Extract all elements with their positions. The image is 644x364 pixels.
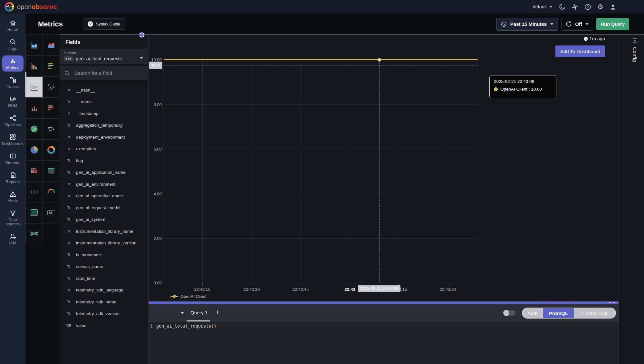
chart-type-stacked-bar[interactable] xyxy=(26,98,43,119)
series-color-dot xyxy=(494,87,498,91)
config-tab[interactable]: Config xyxy=(626,37,644,62)
add-query-button[interactable]: + xyxy=(216,308,219,316)
brand-logo[interactable]: openobserve xyxy=(5,2,57,12)
active-tab-underline xyxy=(187,320,210,321)
function-toggle[interactable] xyxy=(504,310,515,316)
field-item[interactable]: Ttis_monotonic xyxy=(60,249,148,261)
chart-type-maps[interactable] xyxy=(43,119,60,140)
field-type-text-icon: Tt xyxy=(65,171,72,174)
field-item[interactable]: Ttgen_ai_environment xyxy=(60,178,148,190)
chart-type-scrollbar[interactable] xyxy=(25,72,26,97)
brand-open: open xyxy=(17,3,32,10)
field-item[interactable]: #_timestamp xyxy=(60,108,148,120)
field-item[interactable]: Ttstart_time xyxy=(60,272,148,284)
promql-query-editor[interactable]: 1 gen_ai_total_requests{} xyxy=(149,322,619,364)
svg-text:</>: </> xyxy=(32,210,37,213)
run-query-button[interactable]: Run Query xyxy=(596,18,629,30)
help-icon[interactable]: ? xyxy=(584,4,591,10)
chart-type-area[interactable] xyxy=(26,35,43,56)
field-search-input[interactable] xyxy=(74,70,139,76)
sidebar-item-rum[interactable]: RUM xyxy=(2,93,24,110)
sidebar-item-home[interactable]: Home xyxy=(2,17,24,34)
time-range-selector[interactable]: Past 15 Minutes xyxy=(496,18,558,31)
user-account-icon[interactable] xyxy=(610,4,616,10)
chart-type-markdown[interactable]: M↓ xyxy=(43,202,60,223)
field-item[interactable]: Ttflag xyxy=(60,155,148,167)
chart-type-line[interactable] xyxy=(26,77,43,98)
collapse-caret-icon[interactable] xyxy=(181,312,184,314)
help-question-glyph: ? xyxy=(587,5,589,9)
slack-icon[interactable] xyxy=(572,4,578,10)
x-tick xyxy=(350,283,350,285)
chart-type-donut[interactable] xyxy=(43,140,60,161)
field-item[interactable]: Ttdeployment_environment xyxy=(60,131,148,143)
chart-type-horizontal-stacked-bar[interactable] xyxy=(43,98,60,119)
field-item[interactable]: Ttaggregation_temporality xyxy=(60,120,148,132)
settings-gear-icon[interactable]: ⚙ xyxy=(597,4,603,10)
field-item[interactable]: Tttelemetry_sdk_name xyxy=(60,296,148,308)
chart-type-area-stacked[interactable] xyxy=(43,35,60,56)
field-item[interactable]: Tt__hash__ xyxy=(60,84,148,96)
legend-item-openai-client[interactable]: OpenAI Client xyxy=(170,294,207,299)
chart-type-geomap[interactable] xyxy=(26,119,43,140)
sidebar-item-traces[interactable]: Traces xyxy=(2,74,24,91)
brand-wordmark: openobserve xyxy=(17,3,57,11)
mode-promql-button[interactable]: PromQL xyxy=(543,308,574,318)
field-type-text-icon: Tt xyxy=(65,159,72,162)
dark-mode-icon[interactable] xyxy=(559,4,565,10)
field-item[interactable]: Ttgen_ai_system xyxy=(60,214,148,226)
sidebar-item-dashboards[interactable]: Dashboards xyxy=(2,132,24,148)
chart-type-html[interactable]: </> xyxy=(26,202,43,223)
query-panel-resize-bar[interactable] xyxy=(149,301,619,304)
field-item[interactable]: Tt__name__ xyxy=(60,96,148,108)
sidebar-item-data-sources[interactable]: Data sources xyxy=(2,208,24,228)
mode-auto-button[interactable]: Auto xyxy=(523,308,543,318)
chart-type-scatter[interactable] xyxy=(43,77,60,98)
field-item[interactable]: Ttgen_ai_operation_name xyxy=(60,190,148,202)
chart-type-grid: 123 </> M↓ xyxy=(25,34,60,244)
horizontal-bar-chart-icon xyxy=(47,62,56,71)
gauge-icon xyxy=(46,187,56,197)
chart-type-pie[interactable] xyxy=(26,140,43,161)
sidebar-item-reports[interactable]: Reports xyxy=(2,170,24,186)
chart-type-heatmap[interactable] xyxy=(26,161,43,182)
panel-drag-handle[interactable] xyxy=(139,32,145,38)
mode-custom-sql-button[interactable]: Custom SQL xyxy=(574,308,615,318)
stream-selector[interactable]: Stream 123 gen_ai_total_requests xyxy=(60,49,148,64)
field-item[interactable]: Ttservice_name xyxy=(60,261,148,273)
syntax-guide-button[interactable]: ? Syntax Guide xyxy=(83,18,125,30)
field-type-text-icon: Tt xyxy=(65,194,72,198)
query-tab[interactable]: Query 1 xyxy=(190,310,207,315)
field-search[interactable] xyxy=(60,66,148,81)
field-item[interactable]: Ttgen_ai_application_name xyxy=(60,167,148,179)
field-item[interactable]: Ttexemplars xyxy=(60,143,148,155)
x-axis-label: 22:42:30 xyxy=(237,287,266,292)
config-adjust-icon xyxy=(631,37,638,44)
sidebar-item-alerts[interactable]: Alerts xyxy=(2,189,24,205)
chart-type-metric-text[interactable]: 123 xyxy=(26,182,43,202)
add-to-dashboard-button[interactable]: Add To Dashboard xyxy=(555,45,605,57)
chart-type-bar[interactable] xyxy=(26,56,43,77)
sidebar-item-pipelines[interactable]: Pipelines xyxy=(2,113,24,129)
field-type-text-icon: Tt xyxy=(65,253,72,257)
field-item[interactable]: Tttelemetry_sdk_version xyxy=(60,308,148,320)
sidebar-item-label: RUM xyxy=(8,104,17,108)
chart-type-gauge[interactable] xyxy=(43,182,60,202)
sidebar-item-logs[interactable]: Logs xyxy=(2,36,24,53)
field-item[interactable]: Ttgen_ai_request_model xyxy=(60,202,148,214)
chart-panel[interactable]: 1m ago Add To Dashboard 10.00 8.00 6.00 … xyxy=(149,34,619,301)
field-item[interactable]: Tttelemetry_sdk_language xyxy=(60,284,148,296)
sidebar-item-metrics[interactable]: Metrics xyxy=(2,55,24,72)
chart-type-horizontal-bar[interactable] xyxy=(43,56,60,77)
auto-refresh-selector[interactable]: Off xyxy=(561,18,593,31)
field-item[interactable]: Ttinstrumentation_library_version xyxy=(60,237,148,249)
field-item[interactable]: Ttinstrumentation_library_name xyxy=(60,225,148,237)
sidebar-item-iam[interactable]: IAM xyxy=(2,231,24,247)
chart-type-table[interactable] xyxy=(43,161,60,182)
org-selector[interactable]: default xyxy=(533,4,553,9)
chart-type-sankey[interactable] xyxy=(26,223,43,244)
field-item[interactable]: value xyxy=(60,320,148,331)
sidebar-item-streams[interactable]: Streams xyxy=(2,151,24,167)
resize-grip-icon[interactable] xyxy=(609,302,617,304)
field-type-text-icon: Tt xyxy=(65,88,72,92)
